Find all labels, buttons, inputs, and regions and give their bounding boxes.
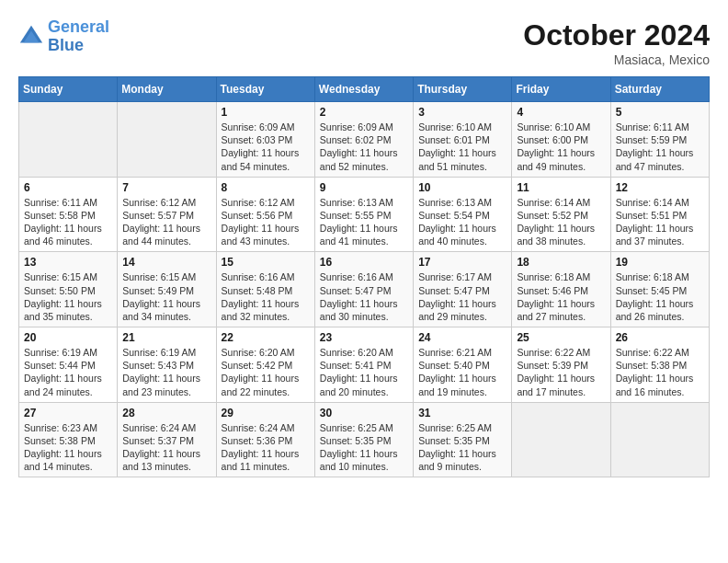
calendar-cell: 17Sunrise: 6:17 AMSunset: 5:47 PMDayligh… [414, 252, 512, 327]
day-number: 19 [616, 256, 704, 269]
title-block: October 2024 Masiaca, Mexico [523, 18, 710, 67]
day-info: Sunrise: 6:20 AMSunset: 5:41 PMDaylight:… [320, 346, 408, 398]
weekday-header-friday: Friday [512, 77, 610, 102]
day-number: 6 [24, 181, 112, 194]
calendar-cell [118, 102, 216, 178]
weekday-header-monday: Monday [118, 77, 216, 102]
weekday-header-row: SundayMondayTuesdayWednesdayThursdayFrid… [19, 77, 710, 102]
calendar-cell: 7Sunrise: 6:12 AMSunset: 5:57 PMDaylight… [118, 177, 216, 252]
calendar-cell: 24Sunrise: 6:21 AMSunset: 5:40 PMDayligh… [414, 327, 512, 403]
day-number: 22 [222, 331, 310, 344]
day-info: Sunrise: 6:11 AMSunset: 5:59 PMDaylight:… [616, 121, 704, 173]
day-number: 25 [517, 331, 605, 344]
calendar-cell: 20Sunrise: 6:19 AMSunset: 5:44 PMDayligh… [19, 327, 118, 403]
day-info: Sunrise: 6:25 AMSunset: 5:35 PMDaylight:… [418, 421, 506, 474]
month-title: October 2024 [523, 18, 710, 52]
day-number: 12 [616, 181, 704, 194]
day-number: 26 [616, 331, 704, 344]
logo: General Blue [18, 18, 109, 55]
day-number: 29 [222, 407, 310, 419]
day-info: Sunrise: 6:12 AMSunset: 5:56 PMDaylight:… [222, 196, 310, 248]
page-header: General Blue October 2024 Masiaca, Mexic… [18, 18, 710, 67]
day-number: 28 [122, 407, 210, 419]
day-number: 2 [320, 106, 408, 119]
day-info: Sunrise: 6:23 AMSunset: 5:38 PMDaylight:… [24, 421, 112, 474]
day-number: 21 [122, 331, 210, 344]
calendar-cell: 12Sunrise: 6:14 AMSunset: 5:51 PMDayligh… [610, 177, 709, 252]
day-info: Sunrise: 6:10 AMSunset: 6:01 PMDaylight:… [418, 121, 506, 173]
day-info: Sunrise: 6:11 AMSunset: 5:58 PMDaylight:… [24, 196, 112, 248]
calendar-cell: 2Sunrise: 6:09 AMSunset: 6:02 PMDaylight… [314, 102, 413, 178]
day-info: Sunrise: 6:13 AMSunset: 5:54 PMDaylight:… [418, 196, 506, 248]
logo-icon [18, 24, 44, 50]
calendar-cell: 10Sunrise: 6:13 AMSunset: 5:54 PMDayligh… [414, 177, 512, 252]
logo-line1: General [48, 17, 109, 36]
calendar-cell: 11Sunrise: 6:14 AMSunset: 5:52 PMDayligh… [512, 177, 610, 252]
day-info: Sunrise: 6:18 AMSunset: 5:45 PMDaylight:… [616, 270, 704, 323]
day-info: Sunrise: 6:10 AMSunset: 6:00 PMDaylight:… [517, 121, 605, 173]
day-info: Sunrise: 6:14 AMSunset: 5:52 PMDaylight:… [517, 196, 605, 248]
day-info: Sunrise: 6:24 AMSunset: 5:36 PMDaylight:… [222, 421, 310, 474]
calendar-cell: 23Sunrise: 6:20 AMSunset: 5:41 PMDayligh… [314, 327, 413, 403]
day-info: Sunrise: 6:25 AMSunset: 5:35 PMDaylight:… [320, 421, 408, 474]
week-row-3: 13Sunrise: 6:15 AMSunset: 5:50 PMDayligh… [19, 252, 710, 327]
week-row-1: 1Sunrise: 6:09 AMSunset: 6:03 PMDaylight… [19, 102, 710, 178]
logo-text: General Blue [48, 18, 109, 55]
day-info: Sunrise: 6:13 AMSunset: 5:55 PMDaylight:… [320, 196, 408, 248]
calendar-cell [512, 402, 610, 477]
day-number: 31 [418, 407, 506, 419]
day-number: 7 [122, 181, 210, 194]
calendar-body: 1Sunrise: 6:09 AMSunset: 6:03 PMDaylight… [19, 102, 710, 477]
day-info: Sunrise: 6:16 AMSunset: 5:47 PMDaylight:… [320, 270, 408, 323]
week-row-4: 20Sunrise: 6:19 AMSunset: 5:44 PMDayligh… [19, 327, 710, 403]
day-info: Sunrise: 6:12 AMSunset: 5:57 PMDaylight:… [122, 196, 210, 248]
day-info: Sunrise: 6:20 AMSunset: 5:42 PMDaylight:… [222, 346, 310, 398]
day-number: 10 [418, 181, 506, 194]
weekday-header-tuesday: Tuesday [216, 77, 314, 102]
week-row-2: 6Sunrise: 6:11 AMSunset: 5:58 PMDaylight… [19, 177, 710, 252]
day-number: 5 [616, 106, 704, 119]
day-number: 8 [222, 181, 310, 194]
day-info: Sunrise: 6:15 AMSunset: 5:50 PMDaylight:… [24, 270, 112, 323]
calendar-header: SundayMondayTuesdayWednesdayThursdayFrid… [19, 77, 710, 102]
calendar-cell: 16Sunrise: 6:16 AMSunset: 5:47 PMDayligh… [314, 252, 413, 327]
day-info: Sunrise: 6:15 AMSunset: 5:49 PMDaylight:… [122, 270, 210, 323]
calendar-cell [610, 402, 709, 477]
day-info: Sunrise: 6:18 AMSunset: 5:46 PMDaylight:… [517, 270, 605, 323]
calendar-cell: 30Sunrise: 6:25 AMSunset: 5:35 PMDayligh… [314, 402, 413, 477]
day-info: Sunrise: 6:19 AMSunset: 5:44 PMDaylight:… [24, 346, 112, 398]
day-number: 16 [320, 256, 408, 269]
day-info: Sunrise: 6:17 AMSunset: 5:47 PMDaylight:… [418, 270, 506, 323]
calendar-cell: 6Sunrise: 6:11 AMSunset: 5:58 PMDaylight… [19, 177, 118, 252]
day-info: Sunrise: 6:22 AMSunset: 5:39 PMDaylight:… [517, 346, 605, 398]
calendar-cell: 29Sunrise: 6:24 AMSunset: 5:36 PMDayligh… [216, 402, 314, 477]
calendar-cell [19, 102, 118, 178]
calendar-cell: 14Sunrise: 6:15 AMSunset: 5:49 PMDayligh… [118, 252, 216, 327]
day-number: 18 [517, 256, 605, 269]
calendar-cell: 21Sunrise: 6:19 AMSunset: 5:43 PMDayligh… [118, 327, 216, 403]
weekday-header-sunday: Sunday [19, 77, 118, 102]
weekday-header-thursday: Thursday [414, 77, 512, 102]
day-info: Sunrise: 6:16 AMSunset: 5:48 PMDaylight:… [222, 270, 310, 323]
day-info: Sunrise: 6:09 AMSunset: 6:02 PMDaylight:… [320, 121, 408, 173]
day-number: 1 [222, 106, 310, 119]
calendar-cell: 13Sunrise: 6:15 AMSunset: 5:50 PMDayligh… [19, 252, 118, 327]
calendar-cell: 31Sunrise: 6:25 AMSunset: 5:35 PMDayligh… [414, 402, 512, 477]
day-number: 4 [517, 106, 605, 119]
weekday-header-saturday: Saturday [610, 77, 709, 102]
day-number: 3 [418, 106, 506, 119]
calendar-cell: 28Sunrise: 6:24 AMSunset: 5:37 PMDayligh… [118, 402, 216, 477]
day-info: Sunrise: 6:14 AMSunset: 5:51 PMDaylight:… [616, 196, 704, 248]
calendar-cell: 26Sunrise: 6:22 AMSunset: 5:38 PMDayligh… [610, 327, 709, 403]
day-number: 27 [24, 407, 112, 419]
calendar-cell: 19Sunrise: 6:18 AMSunset: 5:45 PMDayligh… [610, 252, 709, 327]
day-number: 17 [418, 256, 506, 269]
calendar-cell: 18Sunrise: 6:18 AMSunset: 5:46 PMDayligh… [512, 252, 610, 327]
calendar-cell: 27Sunrise: 6:23 AMSunset: 5:38 PMDayligh… [19, 402, 118, 477]
calendar-cell: 15Sunrise: 6:16 AMSunset: 5:48 PMDayligh… [216, 252, 314, 327]
calendar-cell: 22Sunrise: 6:20 AMSunset: 5:42 PMDayligh… [216, 327, 314, 403]
calendar-cell: 1Sunrise: 6:09 AMSunset: 6:03 PMDaylight… [216, 102, 314, 178]
day-number: 9 [320, 181, 408, 194]
day-number: 24 [418, 331, 506, 344]
calendar-cell: 3Sunrise: 6:10 AMSunset: 6:01 PMDaylight… [414, 102, 512, 178]
